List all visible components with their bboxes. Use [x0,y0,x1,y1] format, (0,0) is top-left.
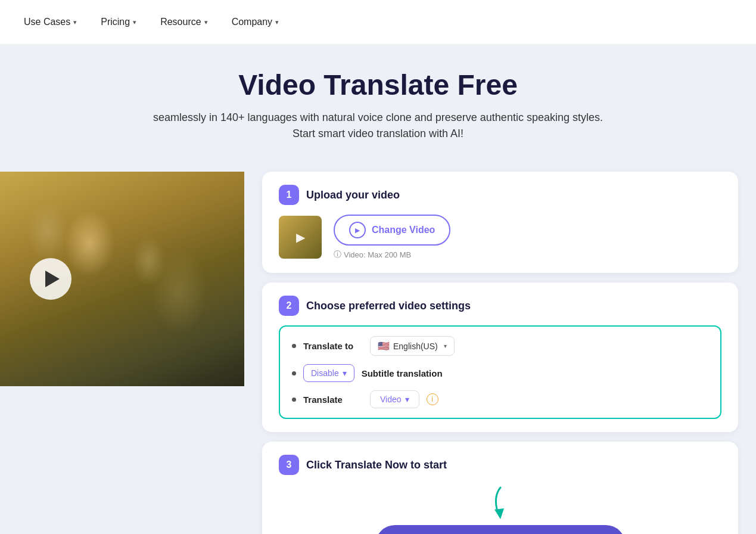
nav-item-pricing[interactable]: Pricing ▾ [101,17,136,27]
nav-label-resource: Resource [160,17,201,27]
page-title: Video Translate Free [12,69,744,101]
change-video-label: Change Video [372,225,435,235]
chevron-down-icon: ▾ [444,343,447,349]
video-option-label: Video [380,395,402,404]
upload-area: ▶ Change Video ⓘ Video: Max 200 MB [279,215,721,260]
navbar: Use Cases ▾ Pricing ▾ Resource ▾ Company… [0,0,756,45]
subtitle-disable-select[interactable]: Disable ▾ [303,364,354,382]
step3-header: 3 Click Translate Now to start [279,455,721,475]
settings-box: Translate to 🇺🇸 English(US) ▾ Disable ▾ … [279,325,721,419]
language-value: English(US) [393,341,438,351]
dot-icon [292,398,296,402]
video-info: ⓘ Video: Max 200 MB [334,249,450,260]
step2-card: 2 Choose preferred video settings Transl… [262,282,738,432]
dot-icon [292,371,296,375]
change-video-button[interactable]: ▶ Change Video [334,215,450,246]
chevron-down-icon: ▾ [275,18,279,26]
subtitle-row: Disable ▾ Subtitle translation [292,364,708,382]
translate-video-row: Translate Video ▾ i [292,390,708,408]
step3-badge: 3 [279,455,299,475]
main-layout: 1 Upload your video ▶ Change Video ⓘ Vid… [0,172,756,534]
nav-item-use-cases[interactable]: Use Cases ▾ [24,17,77,27]
nav-item-company[interactable]: Company ▾ [232,17,279,27]
chevron-down-icon: ▾ [405,395,409,404]
right-panel: 1 Upload your video ▶ Change Video ⓘ Vid… [262,172,756,534]
chevron-down-icon: ▾ [133,18,136,26]
video-play-button[interactable] [30,258,71,300]
nav-label-use-cases: Use Cases [24,17,70,27]
svg-marker-0 [494,508,504,519]
info-circle-icon: ⓘ [334,249,341,260]
language-select[interactable]: 🇺🇸 English(US) ▾ [370,336,455,356]
step2-title: Choose preferred video settings [306,300,471,312]
dot-icon [292,344,296,348]
step3-title: Click Translate Now to start [306,459,447,471]
translate-label: Translate [303,395,363,405]
video-type-select[interactable]: Video ▾ [370,390,419,408]
video-thumbnail [279,216,322,259]
nav-label-company: Company [232,17,272,27]
translate-to-label: Translate to [303,341,363,351]
nav-item-resource[interactable]: Resource ▾ [160,17,207,27]
step1-card: 1 Upload your video ▶ Change Video ⓘ Vid… [262,172,738,273]
chevron-down-icon: ▾ [73,18,77,26]
disable-label: Disable [311,368,339,378]
nav-label-pricing: Pricing [101,17,130,27]
translate-now-button[interactable]: Translate Now [375,525,626,534]
video-preview-panel [0,172,244,386]
arrow-svg [489,485,512,520]
step3-content: Translate Now [279,485,721,534]
flag-icon: 🇺🇸 [378,340,390,352]
video-overlay [0,172,244,386]
translate-to-row: Translate to 🇺🇸 English(US) ▾ [292,336,708,356]
step3-card: 3 Click Translate Now to start Translate… [262,442,738,534]
chevron-down-icon: ▾ [343,368,347,378]
info-icon[interactable]: i [427,393,438,405]
step2-header: 2 Choose preferred video settings [279,296,721,316]
step1-badge: 1 [279,185,299,205]
step1-header: 1 Upload your video [279,185,721,205]
chevron-down-icon: ▾ [204,18,208,26]
video-info-text: Video: Max 200 MB [344,250,411,259]
subtitle-translation-label: Subtitle translation [362,368,443,378]
play-icon: ▶ [349,222,366,238]
step2-badge: 2 [279,296,299,316]
hero-section: Video Translate Free seamlessly in 140+ … [0,45,756,172]
arrow-pointer [489,485,512,520]
hero-subtitle: seamlessly in 140+ languages with natura… [146,110,611,142]
step1-title: Upload your video [306,189,400,201]
